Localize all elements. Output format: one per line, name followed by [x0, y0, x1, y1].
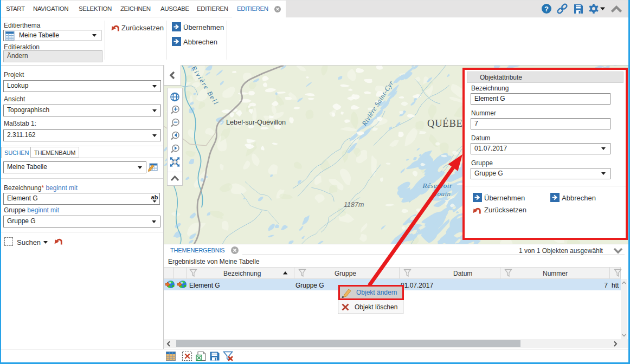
svg-text:ab: ab [151, 194, 158, 200]
svg-text:?: ? [544, 5, 549, 13]
svg-text:Lebel-sur-Quévillon: Lebel-sur-Quévillon [226, 119, 286, 126]
